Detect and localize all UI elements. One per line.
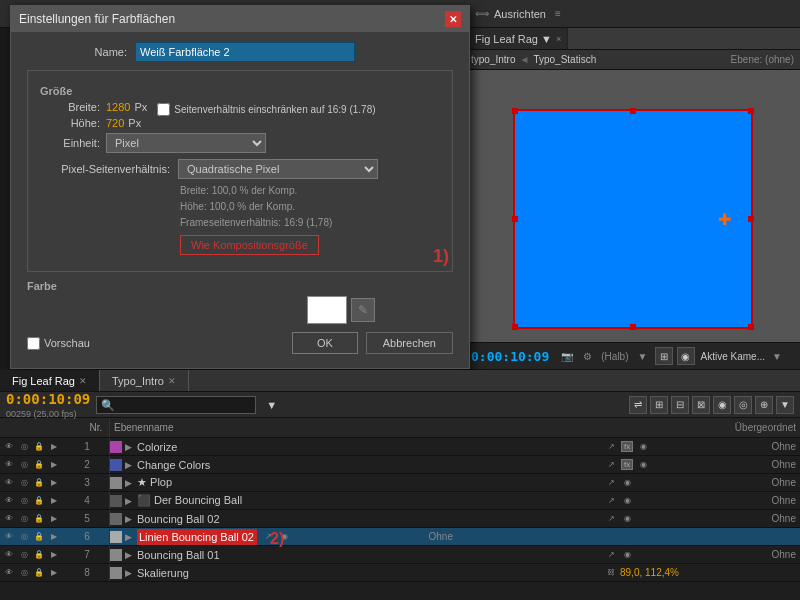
layer-1-lock[interactable]: 🔒 <box>32 440 46 454</box>
timeline-search-input[interactable] <box>96 396 256 414</box>
ok-button[interactable]: OK <box>292 332 358 354</box>
tl-icon-7[interactable]: ⊕ <box>755 396 773 414</box>
layer-1-solo[interactable]: ◎ <box>17 440 31 454</box>
layer-3-shy[interactable]: ▶ <box>47 476 61 490</box>
corner-handle-tl[interactable] <box>512 108 518 114</box>
layer-2-switch2[interactable]: ◉ <box>636 458 650 472</box>
layer-4-lock[interactable]: 🔒 <box>32 494 46 508</box>
layer-1-switch2[interactable]: ◉ <box>636 440 650 454</box>
layer-4-visibility[interactable]: 👁 <box>2 494 16 508</box>
tl-icon-1[interactable]: ⇌ <box>629 396 647 414</box>
dialog-close-button[interactable]: ✕ <box>445 11 461 27</box>
layer-4-switch1[interactable]: ↗ <box>604 494 618 508</box>
unit-select[interactable]: Pixel <box>106 133 266 153</box>
corner-handle-mr[interactable] <box>748 216 754 222</box>
layer-4-collapse[interactable] <box>62 494 76 508</box>
display-icon[interactable]: ◉ <box>677 347 695 365</box>
layer-5-expand[interactable]: ▶ <box>125 514 137 524</box>
pixel-ratio-select[interactable]: Quadratische Pixel <box>178 159 378 179</box>
layer-1-expand[interactable]: ▶ <box>125 442 137 452</box>
layer-2-solo[interactable]: ◎ <box>17 458 31 472</box>
layer-7-collapse[interactable] <box>62 548 76 562</box>
corner-handle-bl[interactable] <box>512 324 518 330</box>
layer-6-rename-input[interactable] <box>137 529 257 545</box>
corner-handle-ml[interactable] <box>512 216 518 222</box>
layer-4-switch2[interactable]: ◉ <box>620 494 634 508</box>
layer-1-collapse[interactable] <box>62 440 76 454</box>
layer-1-switch1[interactable]: ↗ <box>604 440 618 454</box>
layer-5-solo[interactable]: ◎ <box>17 512 31 526</box>
layer-7-shy[interactable]: ▶ <box>47 548 61 562</box>
tl-icon-6[interactable]: ◎ <box>734 396 752 414</box>
layer-3-lock[interactable]: 🔒 <box>32 476 46 490</box>
layer-7-switch2[interactable]: ◉ <box>620 548 634 562</box>
tl-icon-5[interactable]: ◉ <box>713 396 731 414</box>
layer-4-shy[interactable]: ▶ <box>47 494 61 508</box>
layer-7-visibility[interactable]: 👁 <box>2 548 16 562</box>
align-icon[interactable]: ⟺ <box>474 6 490 22</box>
layer-2-lock[interactable]: 🔒 <box>32 458 46 472</box>
panel-option-icon[interactable]: ≡ <box>550 6 566 22</box>
layer-7-solo[interactable]: ◎ <box>17 548 31 562</box>
layer-2-expand[interactable]: ▶ <box>125 460 137 470</box>
layer-6-solo[interactable]: ◎ <box>17 530 31 544</box>
cam-dropdown[interactable]: ▼ <box>769 348 785 364</box>
layer-8-collapse[interactable] <box>62 566 76 580</box>
aspect-checkbox[interactable] <box>157 103 170 116</box>
layer-2-switch1[interactable]: ↗ <box>604 458 618 472</box>
layer-2-shy[interactable]: ▶ <box>47 458 61 472</box>
layer-7-expand[interactable]: ▶ <box>125 550 137 560</box>
layer-2-collapse[interactable] <box>62 458 76 472</box>
fig-leaf-rag-tab[interactable]: Fig Leaf Rag ▼ × <box>469 28 568 49</box>
layer-8-expand[interactable]: ▶ <box>125 568 137 578</box>
layer-6-shy[interactable]: ▶ <box>47 530 61 544</box>
layer-8-shy[interactable]: ▶ <box>47 566 61 580</box>
layer-6-collapse[interactable] <box>62 530 76 544</box>
layer-6-switch2[interactable]: ◉ <box>277 530 291 544</box>
camera-icon[interactable]: 📷 <box>559 348 575 364</box>
layer-6-switch1[interactable]: ↗ <box>261 530 275 544</box>
layer-3-switch1[interactable]: ↗ <box>604 476 618 490</box>
layer-5-switch2[interactable]: ◉ <box>620 512 634 526</box>
color-picker-icon[interactable]: ✎ <box>351 298 375 322</box>
layer-4-expand[interactable]: ▶ <box>125 496 137 506</box>
layer-7-lock[interactable]: 🔒 <box>32 548 46 562</box>
layer-7-switch1[interactable]: ↗ <box>604 548 618 562</box>
layer-8-solo[interactable]: ◎ <box>17 566 31 580</box>
layer-3-switch2[interactable]: ◉ <box>620 476 634 490</box>
layer-1-shy[interactable]: ▶ <box>47 440 61 454</box>
layer-8-visibility[interactable]: 👁 <box>2 566 16 580</box>
layer-5-visibility[interactable]: 👁 <box>2 512 16 526</box>
wie-kompositionsgroesse-button[interactable]: Wie Kompositionsgröße <box>180 235 319 255</box>
layer-1-visibility[interactable]: 👁 <box>2 440 16 454</box>
timeline-tab-typo-intro[interactable]: Typo_Intro ✕ <box>100 370 189 391</box>
layer-3-collapse[interactable] <box>62 476 76 490</box>
timeline-tab-fig-leaf[interactable]: Fig Leaf Rag ✕ <box>0 370 100 391</box>
layer-6-lock[interactable]: 🔒 <box>32 530 46 544</box>
layer-5-shy[interactable]: ▶ <box>47 512 61 526</box>
layer-8-link-icon[interactable]: ⛓ <box>604 566 618 580</box>
tab2-close-icon[interactable]: ✕ <box>168 376 176 386</box>
corner-handle-tm[interactable] <box>630 108 636 114</box>
corner-handle-tr[interactable] <box>748 108 754 114</box>
grid-icon[interactable]: ⊞ <box>655 347 673 365</box>
layer-3-expand[interactable]: ▶ <box>125 478 137 488</box>
cancel-button[interactable]: Abbrechen <box>366 332 453 354</box>
tab-close-icon[interactable]: ✕ <box>79 376 87 386</box>
corner-handle-bm[interactable] <box>630 324 636 330</box>
search-dropdown-btn[interactable]: ▼ <box>266 399 277 411</box>
layer-4-solo[interactable]: ◎ <box>17 494 31 508</box>
tl-icon-4[interactable]: ⊠ <box>692 396 710 414</box>
layer-8-lock[interactable]: 🔒 <box>32 566 46 580</box>
layer-5-lock[interactable]: 🔒 <box>32 512 46 526</box>
zoom-icon[interactable]: ▼ <box>635 348 651 364</box>
tl-icon-8[interactable]: ▼ <box>776 396 794 414</box>
color-swatch[interactable] <box>307 296 347 324</box>
tl-icon-2[interactable]: ⊞ <box>650 396 668 414</box>
layer-6-expand[interactable]: ▶ <box>125 532 137 542</box>
name-input[interactable] <box>135 42 355 62</box>
layer-5-switch1[interactable]: ↗ <box>604 512 618 526</box>
preview-checkbox[interactable] <box>27 337 40 350</box>
tl-icon-3[interactable]: ⊟ <box>671 396 689 414</box>
layer-2-visibility[interactable]: 👁 <box>2 458 16 472</box>
